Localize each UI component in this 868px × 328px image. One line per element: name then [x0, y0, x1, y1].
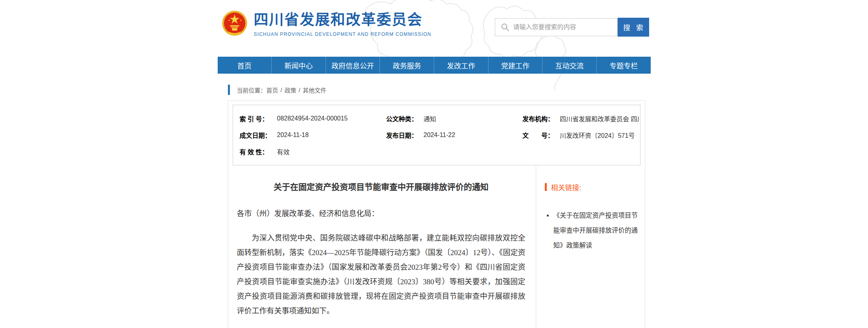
breadcrumb-accent-bar	[228, 85, 230, 95]
document-paragraph: 为深入贯彻党中央、国务院碳达峰碳中和战略部署，建立能耗双控向碳排放双控全面转型新…	[237, 231, 526, 318]
meta-label: 发布日期：	[379, 130, 424, 140]
meta-empty-cell	[516, 143, 640, 160]
breadcrumb-home[interactable]: 首页	[267, 86, 278, 94]
meta-label: 发布机构：	[516, 114, 560, 123]
related-links-title: 相关链接:	[551, 182, 581, 192]
document-main: 关于在固定资产投资项目节能审查中开展碳排放评价的通知 各市（州）发展改革委、经济…	[228, 165, 536, 328]
sidebar-title-row: 相关链接:	[545, 182, 641, 192]
breadcrumb-separator: /	[281, 87, 282, 93]
breadcrumb: 当前位置： 首页 / 政策 / 其他文件	[228, 84, 651, 95]
search-button[interactable]: 搜 索	[618, 18, 649, 37]
meta-label: 有 效 性：	[233, 147, 277, 156]
search-icon	[501, 23, 509, 32]
content-container: 索 引 号： 082824954-2024-000015 公文种类： 通知 发布…	[228, 100, 645, 328]
site-titles: 四川省发展和改革委员会 SICHUAN PROVINCIAL DEVELOPME…	[254, 10, 431, 37]
meta-empty-cell	[379, 143, 516, 160]
meta-index-number: 索 引 号： 082824954-2024-000015	[233, 110, 379, 127]
breadcrumb-label: 当前位置：	[237, 86, 267, 94]
meta-label: 索 引 号：	[233, 114, 277, 123]
meta-written-date: 成文日期： 2024-11-18	[233, 127, 379, 143]
document-meta-table: 索 引 号： 082824954-2024-000015 公文种类： 通知 发布…	[233, 105, 640, 165]
sidebar-accent-bar	[545, 183, 547, 191]
meta-value: 2024-11-18	[277, 132, 309, 139]
meta-row: 有 效 性： 有效	[233, 143, 640, 160]
nav-item-gov-info[interactable]: 政府信息公开	[326, 57, 380, 74]
breadcrumb-other-docs[interactable]: 其他文件	[303, 86, 326, 94]
breadcrumb-separator: /	[299, 87, 300, 93]
site-subtitle: SICHUAN PROVINCIAL DEVELOPMENT AND REFOR…	[254, 32, 431, 37]
site-header: 四川省发展和改革委员会 SICHUAN PROVINCIAL DEVELOPME…	[218, 0, 651, 57]
related-link-policy-interpretation[interactable]: 《关于在固定资产投资项目节能审查中开展碳排放评价的通知》政策解读	[553, 208, 641, 253]
site-title: 四川省发展和改革委员会	[254, 12, 431, 29]
meta-validity: 有 效 性： 有效	[233, 143, 379, 160]
meta-row: 索 引 号： 082824954-2024-000015 公文种类： 通知 发布…	[233, 110, 640, 127]
page: 四川省发展和改革委员会 SICHUAN PROVINCIAL DEVELOPME…	[218, 0, 651, 328]
related-links-sidebar: 相关链接: 《关于在固定资产投资项目节能审查中开展碳排放评价的通知》政策解读	[536, 165, 645, 328]
meta-label: 成文日期：	[233, 130, 277, 140]
meta-value: 通知	[424, 114, 436, 123]
meta-label: 公文种类：	[379, 114, 424, 123]
national-emblem-icon	[222, 10, 248, 36]
nav-item-home[interactable]: 首页	[218, 57, 272, 74]
document-title: 关于在固定资产投资项目节能审查中开展碳排放评价的通知	[237, 180, 526, 192]
meta-label: 文 号：	[516, 130, 560, 140]
meta-value: 四川省发展和改革委员会 四川省经...	[560, 114, 640, 123]
search-area: 搜 索	[495, 18, 649, 37]
search-input[interactable]	[513, 19, 617, 35]
meta-value: 川发改环资〔2024〕571号	[560, 130, 635, 140]
breadcrumb-policy[interactable]: 政策	[285, 86, 296, 94]
nav-item-news[interactable]: 新闻中心	[272, 57, 326, 74]
nav-item-ndrc-work[interactable]: 发改工作	[434, 57, 489, 74]
meta-doc-number: 文 号： 川发改环资〔2024〕571号	[516, 127, 640, 143]
nav-item-interaction[interactable]: 互动交流	[542, 57, 597, 74]
nav-item-party-building[interactable]: 党建工作	[489, 57, 543, 74]
search-box	[495, 18, 618, 36]
meta-issuing-agency: 发布机构： 四川省发展和改革委员会 四川省经...	[516, 110, 640, 127]
nav-item-services[interactable]: 政务服务	[380, 57, 434, 74]
related-links-list: 《关于在固定资产投资项目节能审查中开展碳排放评价的通知》政策解读	[545, 208, 641, 253]
meta-row: 成文日期： 2024-11-18 发布日期： 2024-11-22 文 号： 川…	[233, 127, 640, 143]
document-salutation: 各市（州）发展改革委、经济和信息化局：	[237, 206, 526, 221]
nav-item-special-topics[interactable]: 专题专栏	[597, 57, 651, 74]
meta-value: 2024-11-22	[424, 132, 455, 139]
document-area: 关于在固定资产投资项目节能审查中开展碳排放评价的通知 各市（州）发展改革委、经济…	[228, 165, 645, 328]
meta-publish-date: 发布日期： 2024-11-22	[379, 127, 516, 143]
meta-doc-type: 公文种类： 通知	[379, 110, 516, 127]
meta-value: 082824954-2024-000015	[277, 115, 348, 122]
main-navigation: 首页 新闻中心 政府信息公开 政务服务 发改工作 党建工作 互动交流 专题专栏	[218, 57, 651, 74]
meta-value: 有效	[277, 147, 290, 156]
